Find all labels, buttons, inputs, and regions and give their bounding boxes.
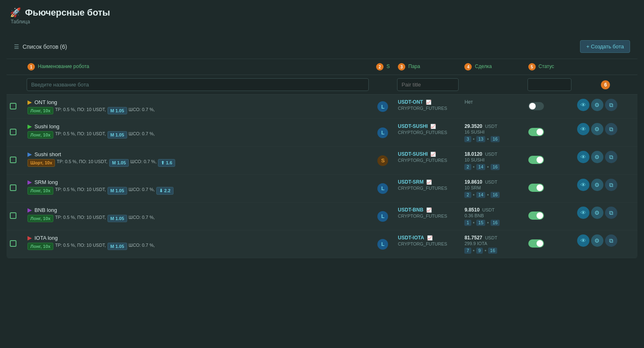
deal-coin: 16 SUSHI — [464, 130, 521, 134]
bot-toggle[interactable] — [528, 184, 544, 192]
bot-deal-cell: Нет — [461, 95, 525, 119]
chart-icon: 📈 — [426, 180, 432, 184]
bot-actions-cell: 👁 ⚙ ⧉ — [574, 230, 637, 258]
create-bot-button[interactable]: + Создать бота — [580, 40, 630, 53]
bot-deal-cell: 9.8510 USDT 0.36 BNB 1•15•16 — [461, 202, 525, 230]
table-row: ▶ IOTA long Лонг, 10x ТР: 0.5 %, ПО: 10 … — [7, 230, 637, 258]
filter-status-input[interactable] — [528, 78, 571, 91]
tag-sco: ШСО: 0.7 %, — [129, 131, 155, 139]
tag-sco: ШСО: 0.7 %, — [129, 243, 155, 250]
tag-direction: Лонг, 10x — [27, 243, 53, 250]
deal-unit: USDT — [485, 152, 497, 157]
deal-step: 16 — [491, 220, 500, 226]
page-title: 🚀 Фьючерсные боты — [10, 7, 634, 18]
pair-name: USDT-SRM — [398, 179, 424, 185]
step-badge-3: 3 — [398, 63, 405, 71]
page-header: 🚀 Фьючерсные боты Таблица — [0, 0, 644, 28]
tag-params: ТР: 0.5 %, ПО: 10 USDT, — [55, 187, 106, 195]
filter-pair-input[interactable] — [397, 78, 459, 91]
col-header-status: 5 Статус — [525, 59, 574, 75]
view-button[interactable]: 👁 — [577, 234, 589, 247]
pair-exchange: CRYPTORG_FUTURES — [398, 130, 458, 135]
tag-direction: Лонг, 10x — [27, 215, 53, 222]
settings-button[interactable]: ⚙ — [591, 123, 603, 135]
bot-deal-cell: 19.8610 USDT 10 SRM 2•14•16 — [461, 175, 525, 202]
row-checkbox[interactable] — [10, 103, 16, 109]
panel-title-text: Список ботов (6) — [23, 43, 67, 50]
bot-deal-cell: 18.0120 USDT 10 SUSHI 2•14•16 — [461, 147, 525, 175]
pair-name: USDT-SUSHI — [398, 123, 428, 129]
rocket-icon: 🚀 — [10, 7, 21, 18]
view-button[interactable]: 👁 — [577, 123, 589, 135]
settings-button[interactable]: ⚙ — [591, 99, 603, 111]
deal-step: 16 — [491, 136, 500, 142]
table-row: ▶ Sushi short Шорт, 10x ТР: 0.5 %, ПО: 1… — [7, 147, 637, 175]
row-checkbox[interactable] — [10, 240, 16, 247]
chart-icon: 📈 — [430, 124, 436, 129]
bot-name: BNB long — [34, 207, 57, 213]
filter-s-cell — [371, 75, 395, 95]
bot-pair-cell: USDT-SUSHI 📈 CRYPTORG_FUTURES — [395, 147, 461, 175]
deal-unit: USDT — [485, 180, 497, 184]
bot-toggle[interactable] — [528, 212, 544, 220]
bot-table: 1 Наименование робота 2 S 3 Пара 4 Сделк… — [7, 59, 637, 258]
main-panel: ☰ Список ботов (6) + Создать бота 1 Наим… — [7, 34, 637, 258]
bot-icon: ▶ — [27, 179, 32, 185]
tag-direction: Лонг, 10x — [27, 131, 53, 139]
tag-direction: Лонг, 10x — [27, 107, 53, 114]
bot-toggle[interactable] — [528, 102, 544, 110]
bot-name-cell: ▶ Sushi short Шорт, 10x ТР: 0.5 %, ПО: 1… — [24, 147, 371, 175]
chart-icon: 📈 — [426, 207, 432, 212]
deal-amount-row: 81.7527 USDT — [464, 234, 521, 241]
deal-step: 13 — [476, 136, 485, 142]
view-button[interactable]: 👁 — [577, 179, 589, 191]
settings-button[interactable]: ⚙ — [591, 179, 603, 191]
settings-button[interactable]: ⚙ — [591, 207, 603, 219]
view-button[interactable]: 👁 — [577, 99, 589, 111]
deal-coin: 10 SUSHI — [464, 157, 521, 162]
copy-button[interactable]: ⧉ — [605, 179, 617, 191]
deal-coin: 10 SRM — [464, 185, 521, 190]
bot-toggle[interactable] — [528, 128, 544, 136]
deal-amount: 18.0120 — [464, 151, 482, 157]
bot-icon: ▶ — [27, 234, 32, 241]
copy-button[interactable]: ⧉ — [605, 123, 617, 135]
deal-unit: USDT — [485, 235, 497, 240]
bot-toggle[interactable] — [528, 239, 544, 248]
tag-sco: ШСО: 0.7 %, — [129, 187, 155, 195]
settings-button[interactable]: ⚙ — [591, 151, 603, 163]
bot-status-cell — [525, 147, 574, 175]
chart-icon: 📈 — [426, 100, 432, 105]
deal-step: 9 — [476, 248, 483, 254]
bot-name: SRM long — [34, 179, 58, 185]
action-buttons: 👁 ⚙ ⧉ — [577, 123, 634, 135]
table-row: ▶ SRM long Лонг, 10x ТР: 0.5 %, ПО: 10 U… — [7, 175, 637, 202]
view-button[interactable]: 👁 — [577, 207, 589, 219]
bot-pair-cell: USDT-ONT 📈 CRYPTORG_FUTURES — [395, 95, 461, 119]
row-checkbox[interactable] — [10, 212, 16, 219]
copy-button[interactable]: ⧉ — [605, 99, 617, 111]
copy-button[interactable]: ⧉ — [605, 234, 617, 247]
row-checkbox[interactable] — [10, 157, 16, 163]
row-checkbox[interactable] — [10, 129, 16, 135]
table-row: ▶ BNB long Лонг, 10x ТР: 0.5 %, ПО: 10 U… — [7, 202, 637, 230]
row-checkbox[interactable] — [10, 184, 16, 191]
settings-button[interactable]: ⚙ — [591, 234, 603, 247]
view-button[interactable]: 👁 — [577, 151, 589, 163]
bot-tags: Шорт, 10x ТР: 0.5 %, ПО: 10 USDT, М 1.05… — [27, 159, 368, 167]
bot-name-cell: ▶ ONT long Лонг, 10x ТР: 0.5 %, ПО: 10 U… — [24, 95, 371, 119]
bot-actions-cell: 👁 ⚙ ⧉ — [574, 95, 637, 119]
bot-name-cell: ▶ IOTA long Лонг, 10x ТР: 0.5 %, ПО: 10 … — [24, 230, 371, 258]
tag-extra-down: ⬇ 2.2 — [156, 187, 173, 195]
copy-button[interactable]: ⧉ — [605, 151, 617, 163]
bot-actions-cell: 👁 ⚙ ⧉ — [574, 175, 637, 202]
filter-name-input[interactable] — [27, 78, 369, 91]
bot-name-cell: ▶ SRM long Лонг, 10x ТР: 0.5 %, ПО: 10 U… — [24, 175, 371, 202]
bot-actions-cell: 👁 ⚙ ⧉ — [574, 147, 637, 175]
deal-amount: 29.3520 — [464, 123, 482, 129]
s-badge: L — [377, 183, 388, 194]
bot-s-cell: L — [371, 230, 395, 258]
bot-tags: Лонг, 10x ТР: 0.5 %, ПО: 10 USDT, М 1.05… — [27, 187, 368, 195]
copy-button[interactable]: ⧉ — [605, 207, 617, 219]
bot-toggle[interactable] — [528, 156, 544, 164]
